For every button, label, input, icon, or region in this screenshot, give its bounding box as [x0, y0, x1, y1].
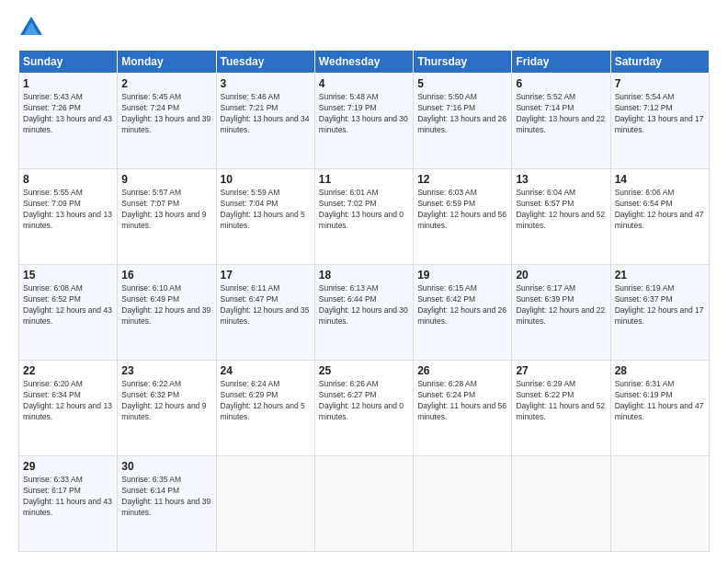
weekday-header: Tuesday [216, 51, 314, 74]
calendar-week-row: 8Sunrise: 5:55 AMSunset: 7:09 PMDaylight… [19, 169, 710, 265]
day-number: 18 [319, 269, 409, 282]
calendar-cell [512, 456, 610, 552]
day-number: 21 [615, 269, 705, 282]
day-info: Sunrise: 6:17 AMSunset: 6:39 PMDaylight:… [516, 283, 606, 327]
day-number: 1 [23, 77, 113, 90]
day-number: 14 [615, 173, 705, 186]
day-number: 29 [23, 460, 113, 473]
day-info: Sunrise: 5:43 AMSunset: 7:26 PMDaylight:… [23, 92, 113, 136]
day-info: Sunrise: 6:15 AMSunset: 6:42 PMDaylight:… [417, 283, 507, 327]
calendar-cell: 22Sunrise: 6:20 AMSunset: 6:34 PMDayligh… [19, 361, 118, 456]
day-number: 28 [615, 364, 705, 377]
weekday-header: Friday [512, 51, 610, 74]
page: SundayMondayTuesdayWednesdayThursdayFrid… [0, 0, 728, 563]
day-number: 3 [221, 77, 311, 90]
day-number: 30 [121, 460, 211, 473]
day-info: Sunrise: 5:46 AMSunset: 7:21 PMDaylight:… [221, 92, 311, 136]
calendar-cell: 30Sunrise: 6:35 AMSunset: 6:14 PMDayligh… [118, 456, 216, 552]
calendar-cell: 23Sunrise: 6:22 AMSunset: 6:32 PMDayligh… [118, 361, 216, 456]
day-number: 7 [615, 77, 705, 90]
calendar-week-row: 15Sunrise: 6:08 AMSunset: 6:52 PMDayligh… [19, 265, 710, 361]
day-number: 4 [319, 77, 409, 90]
calendar-cell: 12Sunrise: 6:03 AMSunset: 6:59 PMDayligh… [414, 169, 512, 265]
day-info: Sunrise: 6:26 AMSunset: 6:27 PMDaylight:… [319, 379, 409, 423]
day-info: Sunrise: 5:57 AMSunset: 7:07 PMDaylight:… [121, 188, 211, 232]
day-number: 8 [23, 173, 113, 186]
calendar-cell: 10Sunrise: 5:59 AMSunset: 7:04 PMDayligh… [216, 169, 314, 265]
calendar-week-row: 1Sunrise: 5:43 AMSunset: 7:26 PMDaylight… [19, 74, 710, 169]
calendar-cell: 17Sunrise: 6:11 AMSunset: 6:47 PMDayligh… [216, 265, 314, 361]
calendar-cell [216, 456, 314, 552]
day-number: 2 [121, 77, 211, 90]
calendar-cell: 5Sunrise: 5:50 AMSunset: 7:16 PMDaylight… [414, 74, 512, 169]
day-number: 23 [121, 364, 211, 377]
day-number: 13 [516, 173, 606, 186]
day-info: Sunrise: 5:50 AMSunset: 7:16 PMDaylight:… [417, 92, 507, 136]
calendar-cell: 8Sunrise: 5:55 AMSunset: 7:09 PMDaylight… [19, 169, 118, 265]
day-number: 17 [221, 269, 311, 282]
day-number: 20 [516, 269, 606, 282]
day-info: Sunrise: 6:19 AMSunset: 6:37 PMDaylight:… [615, 283, 705, 327]
calendar-cell: 28Sunrise: 6:31 AMSunset: 6:19 PMDayligh… [610, 361, 709, 456]
calendar-cell: 29Sunrise: 6:33 AMSunset: 6:17 PMDayligh… [19, 456, 118, 552]
day-info: Sunrise: 6:20 AMSunset: 6:34 PMDaylight:… [23, 379, 113, 423]
day-info: Sunrise: 6:22 AMSunset: 6:32 PMDaylight:… [121, 379, 211, 423]
calendar-cell: 14Sunrise: 6:06 AMSunset: 6:54 PMDayligh… [610, 169, 709, 265]
day-info: Sunrise: 6:35 AMSunset: 6:14 PMDaylight:… [121, 475, 211, 519]
calendar-week-row: 22Sunrise: 6:20 AMSunset: 6:34 PMDayligh… [19, 361, 710, 456]
calendar-cell: 26Sunrise: 6:28 AMSunset: 6:24 PMDayligh… [414, 361, 512, 456]
calendar-cell: 19Sunrise: 6:15 AMSunset: 6:42 PMDayligh… [414, 265, 512, 361]
day-info: Sunrise: 5:55 AMSunset: 7:09 PMDaylight:… [23, 188, 113, 232]
day-info: Sunrise: 6:28 AMSunset: 6:24 PMDaylight:… [417, 379, 507, 423]
logo-icon [18, 15, 44, 40]
calendar-cell: 7Sunrise: 5:54 AMSunset: 7:12 PMDaylight… [610, 74, 709, 169]
day-number: 15 [23, 269, 113, 282]
day-number: 16 [121, 269, 211, 282]
day-number: 5 [417, 77, 507, 90]
calendar-cell: 15Sunrise: 6:08 AMSunset: 6:52 PMDayligh… [19, 265, 118, 361]
calendar-cell: 27Sunrise: 6:29 AMSunset: 6:22 PMDayligh… [512, 361, 610, 456]
day-info: Sunrise: 5:59 AMSunset: 7:04 PMDaylight:… [221, 188, 311, 232]
calendar-cell: 16Sunrise: 6:10 AMSunset: 6:49 PMDayligh… [118, 265, 216, 361]
calendar-cell: 3Sunrise: 5:46 AMSunset: 7:21 PMDaylight… [216, 74, 314, 169]
calendar-cell [414, 456, 512, 552]
calendar-body: 1Sunrise: 5:43 AMSunset: 7:26 PMDaylight… [19, 74, 710, 552]
day-info: Sunrise: 6:31 AMSunset: 6:19 PMDaylight:… [615, 379, 705, 423]
day-info: Sunrise: 6:10 AMSunset: 6:49 PMDaylight:… [121, 283, 211, 327]
day-info: Sunrise: 6:33 AMSunset: 6:17 PMDaylight:… [23, 475, 113, 519]
day-number: 10 [221, 173, 311, 186]
day-number: 24 [221, 364, 311, 377]
day-info: Sunrise: 6:04 AMSunset: 6:57 PMDaylight:… [516, 188, 606, 232]
weekday-header: Saturday [610, 51, 709, 74]
calendar-cell: 25Sunrise: 6:26 AMSunset: 6:27 PMDayligh… [314, 361, 413, 456]
calendar-cell: 4Sunrise: 5:48 AMSunset: 7:19 PMDaylight… [314, 74, 413, 169]
calendar-cell: 20Sunrise: 6:17 AMSunset: 6:39 PMDayligh… [512, 265, 610, 361]
calendar-header-row: SundayMondayTuesdayWednesdayThursdayFrid… [19, 51, 710, 74]
day-info: Sunrise: 6:08 AMSunset: 6:52 PMDaylight:… [23, 283, 113, 327]
weekday-header: Monday [118, 51, 216, 74]
day-info: Sunrise: 6:29 AMSunset: 6:22 PMDaylight:… [516, 379, 606, 423]
calendar-cell: 1Sunrise: 5:43 AMSunset: 7:26 PMDaylight… [19, 74, 118, 169]
calendar-cell [610, 456, 709, 552]
calendar-cell: 6Sunrise: 5:52 AMSunset: 7:14 PMDaylight… [512, 74, 610, 169]
day-info: Sunrise: 6:24 AMSunset: 6:29 PMDaylight:… [221, 379, 311, 423]
day-number: 25 [319, 364, 409, 377]
header [18, 15, 710, 40]
calendar-week-row: 29Sunrise: 6:33 AMSunset: 6:17 PMDayligh… [19, 456, 710, 552]
calendar-cell [314, 456, 413, 552]
day-info: Sunrise: 5:48 AMSunset: 7:19 PMDaylight:… [319, 92, 409, 136]
logo [18, 15, 46, 40]
weekday-header: Sunday [19, 51, 118, 74]
day-number: 27 [516, 364, 606, 377]
day-info: Sunrise: 5:45 AMSunset: 7:24 PMDaylight:… [121, 92, 211, 136]
day-number: 11 [319, 173, 409, 186]
day-info: Sunrise: 5:52 AMSunset: 7:14 PMDaylight:… [516, 92, 606, 136]
day-number: 19 [417, 269, 507, 282]
day-number: 6 [516, 77, 606, 90]
calendar-table: SundayMondayTuesdayWednesdayThursdayFrid… [18, 50, 710, 552]
weekday-header: Thursday [414, 51, 512, 74]
calendar-cell: 2Sunrise: 5:45 AMSunset: 7:24 PMDaylight… [118, 74, 216, 169]
day-info: Sunrise: 6:11 AMSunset: 6:47 PMDaylight:… [221, 283, 311, 327]
day-info: Sunrise: 6:06 AMSunset: 6:54 PMDaylight:… [615, 188, 705, 232]
day-number: 9 [121, 173, 211, 186]
